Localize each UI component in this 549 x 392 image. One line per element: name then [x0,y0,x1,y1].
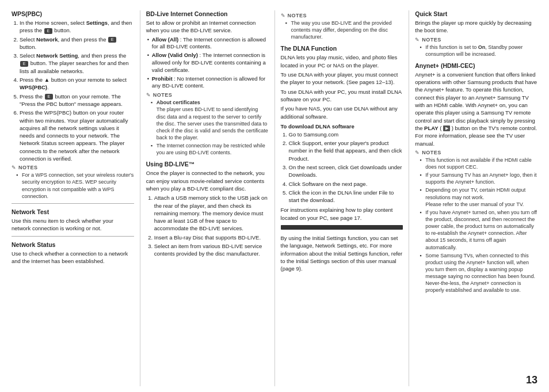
using-bd-live-body: Once the player is connected to the netw… [146,169,269,192]
wps-notes: ✎ NOTES For a WPS connection, set your w… [12,165,134,200]
notes-item: This function is not available if the HD… [420,157,537,170]
bd-live-notes: ✎ NOTES About certificatesThe player use… [146,92,269,156]
dlna-body2: To use DLNA with your player, you must c… [281,71,403,86]
page: WPS(PBC) In the Home screen, select Sett… [0,0,549,392]
network-status-title: Network Status [12,241,134,248]
column-4: Quick Start Brings the player up more qu… [409,10,537,386]
list-item: Go to Samsung.com [289,131,403,138]
download-dlna-list: Go to Samsung.com Click Support, enter y… [281,131,403,204]
dlna-body5: For instructions explaining how to play … [281,206,403,222]
notes-item: For a WPS connection, set your wireless … [16,172,134,200]
notes-icon: ✎ [415,150,420,155]
list-item: Insert a Blu-ray Disc that supports BD-L… [154,234,269,241]
using-bd-live-title: Using BD-LIVE™ [146,161,269,168]
wps-title: WPS(PBC) [12,10,134,17]
enter-icon: E [20,61,28,67]
list-item: Press the WPS(PBC) button on your router… [20,109,134,162]
bd-live-title: BD-Live Internet Connection [146,10,269,17]
list-item: Click Support, enter your player's produ… [289,139,403,162]
list-item: Attach a USB memory stick to the USB jac… [154,194,269,232]
network-status-section: Network Status Use to check whether a co… [12,236,134,265]
notes-item: The Internet connection may be restricte… [151,142,269,156]
list-item: Click the icon in the DLNA line under Fi… [289,189,403,204]
dlna-body1: DLNA lets you play music, video, and pho… [281,54,403,69]
bullet-item: Prohibit : No Internet connection is all… [146,75,269,90]
dlna-body3: To use DLNA with your PC, you must insta… [281,88,403,104]
notes-item: About certificatesThe player uses BD-LIV… [151,99,269,141]
list-item: Press the ▲ button on your remote to sel… [20,76,134,92]
wps-notes-list: For a WPS connection, set your wireless … [12,172,134,200]
notes-item: If your Samsung TV has an Anynet+ logo, … [420,172,537,185]
network-test-title: Network Test [12,208,134,215]
wps-section: WPS(PBC) In the Home screen, select Sett… [12,10,134,200]
anynet-title: Anynet+ (HDMI-CEC) [415,62,537,69]
initial-settings-section: By using the Initial Settings function, … [281,234,403,272]
bullet-item: Allow (All) : The Internet connection is… [146,36,269,51]
dlna-top-notes-list: The way you use BD-LIVE and the provided… [281,20,403,40]
download-dlna-title: To download DLNA software [281,123,403,130]
system-settings-box [281,225,403,230]
notes-item: If you have Anynet+ turned on, when you … [420,209,537,251]
anynet-notes-list: This function is not available if the HD… [415,157,537,294]
notes-label: NOTES [153,92,173,98]
list-item: Select an item from various BD-LIVE serv… [154,242,269,258]
list-item: Select Network Setting, and then press t… [20,52,134,75]
notes-icon: ✎ [415,37,420,43]
quick-start-section: Quick Start Brings the player up more qu… [415,10,537,58]
network-test-body: Use this menu item to check whether your… [12,217,134,233]
using-bd-live-list: Attach a USB memory stick to the USB jac… [146,194,269,257]
notes-item: The way you use BD-LIVE and the provided… [285,20,403,40]
wps-list: In the Home screen, select Settings, and… [12,19,134,162]
initial-settings-body: By using the Initial Settings function, … [281,234,403,272]
notes-icon: ✎ [12,165,16,170]
anynet-section: Anynet+ (HDMI-CEC) Anynet+ is a convenie… [415,62,537,294]
quick-start-title: Quick Start [415,10,537,17]
quick-start-notes: ✎ NOTES If this function is set to On, S… [415,37,537,58]
column-3: ✎ NOTES The way you use BD-LIVE and the … [275,10,410,386]
notes-label: NOTES [422,37,441,43]
list-item: Click Software on the next page. [289,180,403,188]
quick-start-notes-list: If this function is set to On, Standby p… [415,44,537,58]
notes-icon: ✎ [146,92,151,98]
enter-icon: E [45,94,53,100]
list-item: In the Home screen, select Settings, and… [20,19,134,35]
play-icon: ▶ [443,125,450,131]
download-dlna-section: To download DLNA software Go to Samsung.… [281,123,403,204]
anynet-notes: ✎ NOTES This function is not available i… [415,150,537,294]
notes-label: NOTES [288,13,307,18]
dlna-section: The DLNA Function DLNA lets you play mus… [281,45,403,222]
enter-icon: E [108,37,116,43]
list-item: Press the E button on your remote. The "… [20,93,134,108]
anynet-body: Anynet+ is a convenient function that of… [415,71,537,147]
list-item: Select Network, and then press the E but… [20,36,134,51]
notes-label: NOTES [18,165,38,170]
bd-live-bullets: Allow (All) : The Internet connection is… [146,36,269,90]
enter-icon: E [44,28,52,34]
network-test-section: Network Test Use this menu item to check… [12,203,134,233]
notes-item: If this function is set to On, Standby p… [420,44,537,58]
bd-live-section: BD-Live Internet Connection Set to allow… [146,10,269,156]
dlna-title: The DLNA Function [281,45,403,52]
bd-live-body: Set to allow or prohibit an Internet con… [146,19,269,35]
notes-icon: ✎ [281,13,285,18]
notes-item: Depending on your TV, certain HDMI outpu… [420,187,537,207]
using-bd-live-section: Using BD-LIVE™ Once the player is connec… [146,161,269,257]
bullet-item: Allow (Valid Only) : The Internet connec… [146,52,269,74]
dlna-body4: If you have NAS, you can use DLNA withou… [281,105,403,120]
notes-label: NOTES [422,150,441,155]
dlna-top-notes: ✎ NOTES The way you use BD-LIVE and the … [281,13,403,40]
column-1: WPS(PBC) In the Home screen, select Sett… [12,10,140,386]
quick-start-body: Brings the player up more quickly by dec… [415,19,537,35]
column-2: BD-Live Internet Connection Set to allow… [140,10,275,386]
network-status-body: Use to check whether a connection to a n… [12,250,134,265]
list-item: On the next screen, click Get downloads … [289,163,403,179]
bd-live-notes-list: About certificatesThe player uses BD-LIV… [146,99,269,156]
page-number: 13 [526,374,537,386]
notes-item: Some Samsung TVs, when connected to this… [420,252,537,294]
